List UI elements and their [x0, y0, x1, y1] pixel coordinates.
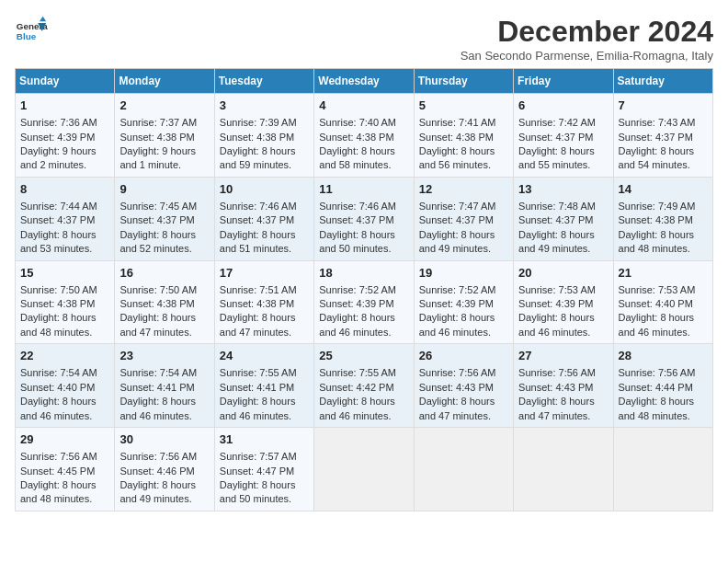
col-friday: Friday: [514, 69, 613, 94]
sunrise-label: Sunrise: 7:55 AM: [220, 367, 297, 378]
calendar-week-row: 15 Sunrise: 7:50 AM Sunset: 4:38 PM Dayl…: [16, 260, 713, 344]
daylight-label: Daylight: 9 hours and 1 minute.: [119, 145, 196, 170]
sunset-label: Sunset: 4:37 PM: [619, 132, 693, 143]
sunset-label: Sunset: 4:38 PM: [220, 132, 294, 143]
day-number: 23: [119, 348, 209, 364]
table-row: 29 Sunrise: 7:56 AM Sunset: 4:45 PM Dayl…: [16, 428, 115, 511]
daylight-label: Daylight: 8 hours and 55 minutes.: [518, 145, 595, 170]
daylight-label: Daylight: 8 hours and 46 minutes.: [20, 396, 97, 420]
daylight-label: Daylight: 8 hours and 48 minutes.: [20, 312, 97, 337]
sunset-label: Sunset: 4:39 PM: [419, 298, 494, 309]
sunset-label: Sunset: 4:38 PM: [419, 132, 494, 143]
sunrise-label: Sunrise: 7:50 AM: [119, 284, 197, 295]
table-row: [514, 428, 613, 511]
table-row: 5 Sunrise: 7:41 AM Sunset: 4:38 PM Dayli…: [414, 94, 513, 178]
sunset-label: Sunset: 4:39 PM: [319, 298, 393, 309]
day-number: 5: [419, 98, 508, 114]
daylight-label: Daylight: 8 hours and 47 minutes.: [220, 312, 296, 337]
sunrise-label: Sunrise: 7:44 AM: [20, 201, 97, 212]
daylight-label: Daylight: 8 hours and 50 minutes.: [220, 479, 296, 504]
day-number: 14: [619, 181, 708, 198]
page-header: General Blue December 2024 San Secondo P…: [15, 15, 713, 63]
logo-icon: General Blue: [15, 15, 48, 48]
day-number: 16: [119, 265, 209, 282]
sunrise-label: Sunrise: 7:49 AM: [619, 201, 696, 212]
daylight-label: Daylight: 8 hours and 46 minutes.: [319, 396, 395, 420]
table-row: 27 Sunrise: 7:56 AM Sunset: 4:43 PM Dayl…: [514, 344, 613, 428]
sunset-label: Sunset: 4:43 PM: [518, 382, 593, 393]
daylight-label: Daylight: 8 hours and 49 minutes.: [119, 479, 196, 504]
sunset-label: Sunset: 4:37 PM: [220, 214, 294, 225]
sunrise-label: Sunrise: 7:55 AM: [319, 367, 396, 378]
sunrise-label: Sunrise: 7:56 AM: [518, 367, 596, 378]
sunrise-label: Sunrise: 7:45 AM: [119, 201, 197, 212]
day-number: 27: [518, 348, 608, 364]
daylight-label: Daylight: 8 hours and 46 minutes.: [220, 396, 296, 420]
sunset-label: Sunset: 4:37 PM: [518, 214, 593, 225]
daylight-label: Daylight: 8 hours and 54 minutes.: [619, 145, 695, 170]
sunrise-label: Sunrise: 7:53 AM: [619, 284, 696, 295]
sunset-label: Sunset: 4:41 PM: [119, 382, 194, 393]
table-row: 9 Sunrise: 7:45 AM Sunset: 4:37 PM Dayli…: [115, 177, 214, 260]
table-row: 28 Sunrise: 7:56 AM Sunset: 4:44 PM Dayl…: [613, 344, 712, 428]
sunrise-label: Sunrise: 7:39 AM: [220, 117, 297, 128]
table-row: 11 Sunrise: 7:46 AM Sunset: 4:37 PM Dayl…: [314, 177, 414, 260]
sunset-label: Sunset: 4:37 PM: [119, 214, 194, 225]
sunrise-label: Sunrise: 7:56 AM: [619, 367, 696, 378]
sunrise-label: Sunrise: 7:41 AM: [419, 117, 496, 128]
sunrise-label: Sunrise: 7:48 AM: [518, 201, 596, 212]
day-number: 2: [119, 98, 209, 114]
day-number: 30: [119, 431, 209, 448]
sunset-label: Sunset: 4:39 PM: [518, 298, 593, 309]
table-row: 7 Sunrise: 7:43 AM Sunset: 4:37 PM Dayli…: [613, 94, 712, 178]
svg-marker-2: [40, 17, 46, 21]
day-number: 21: [619, 265, 708, 282]
table-row: [314, 428, 414, 511]
sunset-label: Sunset: 4:43 PM: [419, 382, 494, 393]
sunset-label: Sunset: 4:40 PM: [20, 382, 95, 393]
day-number: 20: [518, 265, 608, 282]
col-sunday: Sunday: [16, 69, 115, 94]
calendar-table: Sunday Monday Tuesday Wednesday Thursday…: [15, 68, 713, 511]
day-number: 17: [220, 265, 309, 282]
logo: General Blue: [15, 15, 48, 48]
day-number: 3: [220, 98, 309, 114]
sunset-label: Sunset: 4:38 PM: [220, 298, 294, 309]
col-saturday: Saturday: [613, 69, 712, 94]
day-number: 15: [20, 265, 109, 282]
daylight-label: Daylight: 8 hours and 51 minutes.: [220, 229, 296, 254]
sunrise-label: Sunrise: 7:42 AM: [518, 117, 596, 128]
table-row: 12 Sunrise: 7:47 AM Sunset: 4:37 PM Dayl…: [414, 177, 513, 260]
table-row: 6 Sunrise: 7:42 AM Sunset: 4:37 PM Dayli…: [514, 94, 613, 178]
table-row: 22 Sunrise: 7:54 AM Sunset: 4:40 PM Dayl…: [16, 344, 115, 428]
day-number: 29: [20, 431, 109, 448]
sunrise-label: Sunrise: 7:54 AM: [119, 367, 197, 378]
sunrise-label: Sunrise: 7:53 AM: [518, 284, 596, 295]
sunrise-label: Sunrise: 7:47 AM: [419, 201, 496, 212]
table-row: 20 Sunrise: 7:53 AM Sunset: 4:39 PM Dayl…: [514, 260, 613, 344]
daylight-label: Daylight: 8 hours and 46 minutes.: [419, 312, 495, 337]
table-row: 21 Sunrise: 7:53 AM Sunset: 4:40 PM Dayl…: [613, 260, 712, 344]
sunrise-label: Sunrise: 7:56 AM: [20, 451, 97, 462]
sunset-label: Sunset: 4:38 PM: [119, 298, 194, 309]
col-tuesday: Tuesday: [214, 69, 313, 94]
table-row: [613, 428, 712, 511]
sunrise-label: Sunrise: 7:56 AM: [419, 367, 496, 378]
title-block: December 2024 San Secondo Parmense, Emil…: [461, 15, 713, 63]
calendar-week-row: 22 Sunrise: 7:54 AM Sunset: 4:40 PM Dayl…: [16, 344, 713, 428]
calendar-week-row: 1 Sunrise: 7:36 AM Sunset: 4:39 PM Dayli…: [16, 94, 713, 178]
day-number: 9: [119, 181, 209, 198]
daylight-label: Daylight: 8 hours and 49 minutes.: [419, 229, 495, 254]
sunset-label: Sunset: 4:39 PM: [20, 132, 95, 143]
day-number: 8: [20, 181, 109, 198]
sunrise-label: Sunrise: 7:50 AM: [20, 284, 97, 295]
day-number: 25: [319, 348, 408, 364]
daylight-label: Daylight: 8 hours and 58 minutes.: [319, 145, 395, 170]
sunset-label: Sunset: 4:47 PM: [220, 465, 294, 477]
table-row: 1 Sunrise: 7:36 AM Sunset: 4:39 PM Dayli…: [16, 94, 115, 178]
table-row: 3 Sunrise: 7:39 AM Sunset: 4:38 PM Dayli…: [214, 94, 313, 178]
daylight-label: Daylight: 8 hours and 48 minutes.: [619, 396, 695, 420]
calendar-week-row: 29 Sunrise: 7:56 AM Sunset: 4:45 PM Dayl…: [16, 428, 713, 511]
month-title: December 2024: [461, 15, 713, 49]
sunset-label: Sunset: 4:46 PM: [119, 465, 194, 477]
